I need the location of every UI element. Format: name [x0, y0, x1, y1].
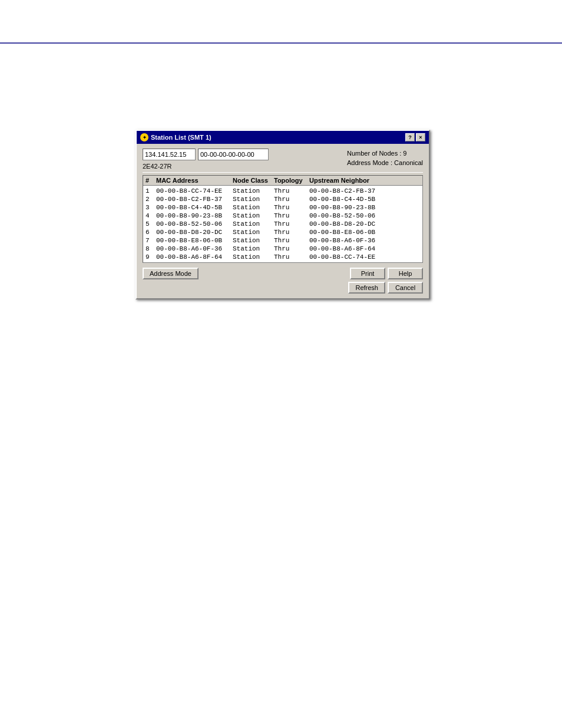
- cell-num: 8: [146, 245, 156, 252]
- cell-mac: 00-00-B8-A6-0F-36: [156, 245, 233, 252]
- cell-upstream: 00-00-B8-D8-20-DC: [309, 220, 392, 228]
- help-button[interactable]: Help: [388, 268, 423, 279]
- top-button-row: Print Help: [350, 268, 423, 279]
- dialog-body: 2E42-27R Number of Nodes : 9 Address Mod…: [137, 144, 429, 298]
- cell-num: 6: [146, 229, 156, 236]
- cell-nodeclass: Station: [233, 196, 274, 203]
- address-mode-button[interactable]: Address Mode: [143, 268, 199, 279]
- right-buttons: Print Help Refresh Cancel: [348, 268, 423, 294]
- cell-upstream: 00-00-B8-C4-4D-5B: [309, 196, 392, 203]
- cell-topology: Thru: [274, 212, 309, 219]
- address-mode-line: Address Mode : Canonical: [347, 158, 423, 167]
- cell-topology: Thru: [274, 220, 309, 228]
- cell-mac: 00-00-B8-C2-FB-37: [156, 196, 233, 203]
- page-background: ✦ Station List (SMT 1) ? × 2E42-27R: [0, 0, 562, 728]
- table-row[interactable]: 6 00-00-B8-D8-20-DC Station Thru 00-00-B…: [146, 228, 420, 236]
- ip-address-input[interactable]: [143, 149, 196, 160]
- cell-mac: 00-00-B8-CC-74-EE: [156, 187, 233, 195]
- refresh-button[interactable]: Refresh: [348, 282, 385, 294]
- cell-nodeclass: Station: [233, 204, 274, 211]
- cell-mac: 00-00-B8-52-50-06: [156, 220, 233, 228]
- cell-num: 1: [146, 187, 156, 195]
- table-row[interactable]: 8 00-00-B8-A6-0F-36 Station Thru 00-00-B…: [146, 245, 420, 253]
- cell-mac: 00-00-B8-D8-20-DC: [156, 229, 233, 236]
- address-mode-label: Address Mode :: [347, 159, 394, 166]
- cell-topology: Thru: [274, 245, 309, 252]
- cell-num: 3: [146, 204, 156, 211]
- cell-nodeclass: Station: [233, 253, 274, 261]
- station-table: # MAC Address Node Class Topology Upstre…: [143, 175, 423, 263]
- print-button[interactable]: Print: [350, 268, 385, 279]
- address-mode-value: Canonical: [394, 159, 423, 166]
- table-row[interactable]: 2 00-00-B8-C2-FB-37 Station Thru 00-00-B…: [146, 195, 420, 203]
- divider: [143, 172, 423, 173]
- header-nodeclass: Node Class: [233, 177, 274, 184]
- cell-topology: Thru: [274, 187, 309, 195]
- secondary-id-label: 2E42-27R: [143, 163, 269, 170]
- input-fields: [143, 149, 269, 160]
- table-row[interactable]: 1 00-00-B8-CC-74-EE Station Thru 00-00-B…: [146, 187, 420, 195]
- info-panel: Number of Nodes : 9 Address Mode : Canon…: [341, 149, 423, 167]
- cell-num: 7: [146, 237, 156, 244]
- cell-topology: Thru: [274, 229, 309, 236]
- cell-nodeclass: Station: [233, 220, 274, 228]
- cell-upstream: 00-00-B8-A6-0F-36: [309, 237, 392, 244]
- cell-upstream: 00-00-B8-C2-FB-37: [309, 187, 392, 195]
- buttons-area: Address Mode Print Help Refresh Cancel: [143, 268, 423, 294]
- cell-upstream: 00-00-B8-52-50-06: [309, 212, 392, 219]
- cell-upstream: 00-00-B8-A6-8F-64: [309, 245, 392, 252]
- cell-upstream: 00-00-B8-CC-74-EE: [309, 253, 392, 261]
- table-body: 1 00-00-B8-CC-74-EE Station Thru 00-00-B…: [143, 186, 422, 262]
- input-group: 2E42-27R: [143, 149, 269, 170]
- cell-num: 9: [146, 253, 156, 261]
- title-controls: ? ×: [405, 133, 425, 141]
- cell-mac: 00-00-B8-A6-8F-64: [156, 253, 233, 261]
- cell-mac: 00-00-B8-E8-06-0B: [156, 237, 233, 244]
- help-title-button[interactable]: ?: [405, 133, 415, 141]
- title-bar: ✦ Station List (SMT 1) ? ×: [137, 131, 429, 144]
- cell-mac: 00-00-B8-C4-4D-5B: [156, 204, 233, 211]
- close-title-button[interactable]: ×: [416, 133, 425, 141]
- cell-nodeclass: Station: [233, 187, 274, 195]
- table-row[interactable]: 4 00-00-B8-90-23-8B Station Thru 00-00-B…: [146, 212, 420, 220]
- dialog-icon: ✦: [140, 133, 148, 141]
- address-mode-btn-container: Address Mode: [143, 268, 199, 279]
- cell-nodeclass: Station: [233, 237, 274, 244]
- cell-mac: 00-00-B8-90-23-8B: [156, 212, 233, 219]
- cell-upstream: 00-00-B8-90-23-8B: [309, 204, 392, 211]
- cell-num: 4: [146, 212, 156, 219]
- cell-nodeclass: Station: [233, 245, 274, 252]
- cell-topology: Thru: [274, 204, 309, 211]
- table-row[interactable]: 9 00-00-B8-A6-8F-64 Station Thru 00-00-B…: [146, 253, 420, 261]
- dialog-window: ✦ Station List (SMT 1) ? × 2E42-27R: [135, 130, 430, 299]
- cell-nodeclass: Station: [233, 229, 274, 236]
- cell-upstream: 00-00-B8-E8-06-0B: [309, 229, 392, 236]
- cell-topology: Thru: [274, 196, 309, 203]
- num-nodes-label: Number of Nodes :: [347, 150, 403, 157]
- header-upstream: Upstream Neighbor: [309, 177, 392, 184]
- num-nodes-value: 9: [403, 150, 406, 157]
- table-row[interactable]: 7 00-00-B8-E8-06-0B Station Thru 00-00-B…: [146, 236, 420, 245]
- header-topology: Topology: [274, 177, 309, 184]
- top-divider: [0, 42, 562, 44]
- header-num: #: [146, 177, 156, 184]
- mac-address-input[interactable]: [198, 149, 269, 160]
- bottom-button-row: Refresh Cancel: [348, 282, 423, 294]
- cell-topology: Thru: [274, 237, 309, 244]
- table-row[interactable]: 5 00-00-B8-52-50-06 Station Thru 00-00-B…: [146, 220, 420, 228]
- table-header: # MAC Address Node Class Topology Upstre…: [143, 176, 422, 186]
- cell-topology: Thru: [274, 253, 309, 261]
- cell-nodeclass: Station: [233, 212, 274, 219]
- title-bar-left: ✦ Station List (SMT 1): [140, 133, 211, 141]
- info-row: 2E42-27R Number of Nodes : 9 Address Mod…: [143, 149, 423, 170]
- num-nodes-line: Number of Nodes : 9: [347, 149, 423, 158]
- dialog-title: Station List (SMT 1): [151, 134, 211, 141]
- cell-num: 2: [146, 196, 156, 203]
- table-row[interactable]: 3 00-00-B8-C4-4D-5B Station Thru 00-00-B…: [146, 203, 420, 212]
- header-mac: MAC Address: [156, 177, 233, 184]
- cancel-button[interactable]: Cancel: [388, 282, 423, 294]
- cell-num: 5: [146, 220, 156, 228]
